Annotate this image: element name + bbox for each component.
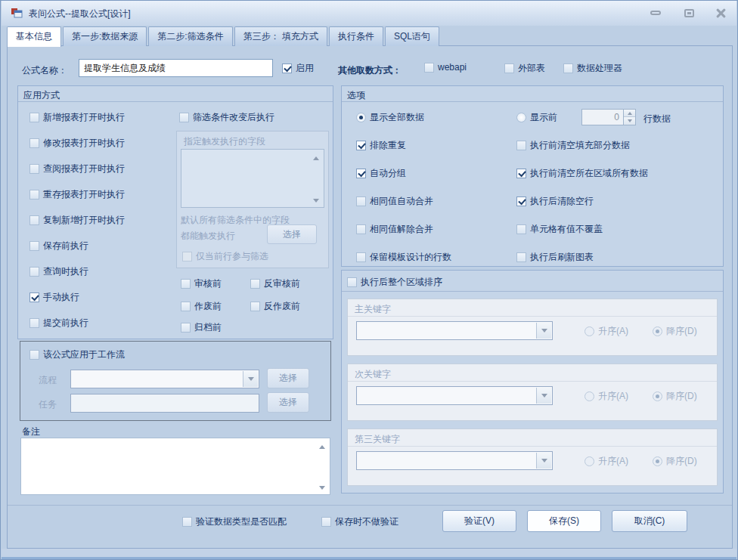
title-bar[interactable]: 表间公式--提取公式[设计] [2, 1, 736, 26]
radio-primary-ascending[interactable]: 升序(A) [585, 325, 628, 338]
checkbox-box [181, 323, 191, 333]
chevron-down-icon[interactable] [536, 453, 551, 469]
checkbox-box [282, 63, 292, 73]
radio-circle [585, 456, 594, 466]
options-panel-rule [342, 101, 723, 102]
scroll-up-icon[interactable] [317, 442, 327, 451]
radio-show-top-rows[interactable]: 显示前 [516, 111, 557, 124]
spinner-buttons[interactable] [623, 110, 635, 125]
checkbox-clear-filled-before-execute[interactable]: 执行前清空填充部分数据 [516, 139, 630, 152]
checkbox-before-void[interactable]: 作废前 [181, 300, 222, 313]
radio-show-all-data[interactable]: 显示全部数据 [356, 111, 424, 124]
enable-checkbox[interactable]: 启用 [282, 62, 314, 75]
checkbox-validate-data-type[interactable]: 验证数据类型是否匹配 [182, 515, 287, 528]
save-button[interactable]: 保存(S) [527, 510, 601, 532]
checkbox-sort-region-after-execute[interactable]: 执行后整个区域排序 [347, 276, 442, 289]
checkbox-execute-on-view-open[interactable]: 查阅报表打开时执行 [29, 162, 125, 175]
checkbox-before-archive[interactable]: 归档前 [181, 321, 222, 334]
spin-down-icon[interactable] [624, 117, 635, 125]
chevron-down-icon[interactable] [243, 371, 258, 387]
checkbox-current-row-filter[interactable]: 仅当前行参与筛选 [182, 250, 268, 263]
checkbox-box [250, 302, 260, 311]
task-input[interactable] [70, 394, 259, 413]
checkbox-merge-same-values[interactable]: 相同值自动合并 [356, 195, 433, 208]
primary-key-label: 主关键字 [355, 303, 391, 316]
radio-circle [356, 113, 366, 122]
cancel-button[interactable]: 取消(C) [612, 510, 687, 532]
spin-up-icon[interactable] [624, 110, 635, 117]
maximize-button[interactable] [679, 5, 699, 20]
checkbox-unmerge-same-values[interactable]: 相同值解除合并 [356, 223, 433, 236]
checkbox-execute-on-filter-change[interactable]: 筛选条件改变后执行 [179, 111, 274, 124]
checkbox-exclude-duplicates[interactable]: 排除重复 [356, 139, 406, 152]
checkbox-box [179, 113, 189, 122]
remark-input[interactable] [20, 438, 330, 495]
checkbox-box [347, 277, 357, 287]
checkbox-auto-group[interactable]: 自动分组 [356, 167, 406, 180]
checkbox-refresh-charts-after[interactable]: 执行后刷新图表 [516, 251, 594, 264]
trigger-fields-label: 指定触发执行的字段 [184, 135, 265, 148]
checkbox-clear-region-before-execute[interactable]: 执行前清空所在区域所有数据 [516, 167, 648, 180]
validate-button[interactable]: 验证(V) [442, 510, 516, 532]
radio-circle [585, 391, 594, 401]
process-label: 流程 [39, 374, 57, 387]
radio-tertiary-ascending[interactable]: 升序(A) [585, 455, 628, 468]
checkbox-execute-on-new-open[interactable]: 新增报表打开时执行 [29, 111, 125, 124]
checkbox-remove-empty-rows-after[interactable]: 执行后清除空行 [516, 195, 594, 208]
other-fetch-methods-label: 其他取数方式： [338, 64, 402, 77]
scroll-down-icon[interactable] [317, 483, 327, 492]
checkbox-manual-execute[interactable]: 手动执行 [29, 291, 79, 304]
checkbox-no-overwrite-cells[interactable]: 单元格有值不覆盖 [516, 223, 603, 236]
checkbox-execute-before-submit[interactable]: 提交前执行 [29, 317, 88, 330]
radio-tertiary-descending[interactable]: 降序(D) [653, 455, 697, 468]
checkbox-execute-before-save[interactable]: 保存前执行 [29, 240, 88, 252]
checkbox-execute-on-resave-open[interactable]: 重存报表打开时执行 [29, 188, 125, 201]
tab-exec-condition[interactable]: 执行条件 [329, 26, 383, 46]
checkbox-before-audit[interactable]: 审核前 [181, 277, 222, 290]
radio-secondary-descending[interactable]: 降序(D) [653, 390, 697, 403]
radio-primary-descending[interactable]: 降序(D) [653, 325, 697, 338]
radio-circle [516, 113, 526, 122]
trigger-select-button[interactable]: 选择 [267, 224, 317, 244]
tab-step3-fill[interactable]: 第三步： 填充方式 [234, 26, 327, 46]
checkbox-execute-on-modify-open[interactable]: 修改报表打开时执行 [29, 137, 125, 150]
close-button[interactable] [711, 5, 730, 20]
tab-step1-data-source[interactable]: 第一步:数据来源 [63, 26, 147, 46]
checkbox-box [356, 252, 366, 262]
chevron-down-icon[interactable] [536, 323, 551, 339]
chevron-down-icon[interactable] [536, 388, 551, 404]
trigger-fields-listbox[interactable] [181, 149, 324, 208]
tab-basic-info[interactable]: 基本信息 [7, 26, 61, 47]
scroll-down-icon[interactable] [311, 196, 321, 205]
checkbox-execute-on-copy-new-open[interactable]: 复制新增打开时执行 [29, 214, 125, 227]
process-combobox[interactable] [70, 370, 259, 388]
checkbox-box [29, 292, 39, 302]
checkbox-box [516, 169, 526, 178]
tab-sql[interactable]: SQL语句 [385, 26, 439, 46]
tab-step2-filter[interactable]: 第二步:筛选条件 [148, 26, 232, 46]
checkbox-before-unvoid[interactable]: 反作废前 [250, 300, 300, 313]
checkbox-apply-to-workflow[interactable]: 该公式应用于工作流 [29, 348, 125, 361]
radio-secondary-ascending[interactable]: 升序(A) [585, 390, 628, 403]
top-rows-spinner[interactable]: 0 [581, 109, 636, 125]
apply-panel-rule [18, 101, 333, 102]
minimize-button[interactable] [646, 5, 665, 20]
checkbox-keep-template-rows[interactable]: 保留模板设计的行数 [356, 251, 451, 264]
secondary-key-combobox[interactable] [356, 386, 553, 405]
webapi-checkbox[interactable]: webapi [424, 62, 467, 73]
formula-name-input[interactable] [79, 59, 273, 77]
tertiary-key-combobox[interactable] [356, 451, 553, 470]
data-processor-checkbox[interactable]: 数据处理器 [563, 62, 622, 75]
checkbox-box [563, 63, 573, 73]
checkbox-execute-on-query[interactable]: 查询时执行 [29, 265, 88, 278]
primary-key-combobox[interactable] [356, 321, 553, 340]
checkbox-before-unaudit[interactable]: 反审核前 [250, 277, 300, 290]
checkbox-box [181, 279, 191, 289]
external-table-checkbox[interactable]: 外部表 [504, 62, 545, 75]
scroll-up-icon[interactable] [311, 153, 321, 162]
checkbox-box [356, 224, 366, 234]
radio-circle [585, 326, 594, 336]
checkbox-skip-validate-on-save[interactable]: 保存时不做验证 [321, 515, 398, 528]
process-select-button[interactable]: 选择 [267, 368, 309, 388]
task-select-button[interactable]: 选择 [267, 392, 309, 413]
